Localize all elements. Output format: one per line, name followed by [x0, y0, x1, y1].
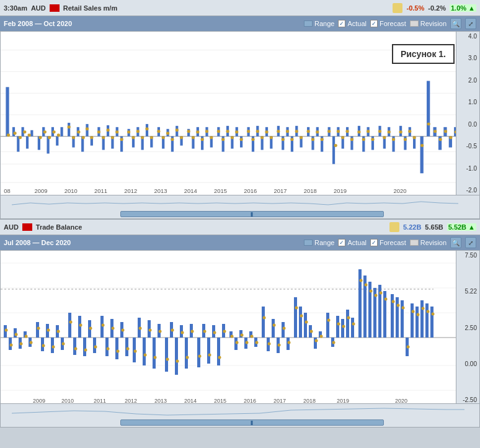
svg-point-148 [260, 136, 264, 139]
svg-rect-270 [341, 319, 344, 338]
svg-point-335 [256, 341, 259, 344]
svg-point-303 [84, 349, 87, 352]
scroll-handle-2[interactable] [120, 419, 384, 426]
svg-rect-243 [197, 338, 200, 367]
svg-point-119 [115, 130, 118, 133]
y-label-1-5: 0.0 [458, 121, 478, 128]
scroll-area-2[interactable] [0, 404, 480, 428]
svg-rect-209 [14, 328, 17, 338]
svg-point-367 [427, 310, 430, 313]
svg-rect-284 [416, 307, 419, 338]
range-label-1: Range [314, 20, 334, 27]
svg-point-302 [79, 324, 82, 327]
svg-rect-19 [56, 137, 58, 146]
svg-point-129 [166, 132, 169, 135]
svg-point-182 [438, 138, 442, 141]
scroll-area-1[interactable] [0, 195, 480, 219]
svg-rect-21 [68, 123, 70, 137]
svg-rect-283 [411, 303, 414, 338]
actual-value-2: 5.22B [403, 223, 421, 231]
svg-point-290 [15, 333, 18, 336]
svg-point-159 [316, 130, 319, 133]
svg-point-176 [404, 138, 407, 141]
svg-rect-245 [207, 338, 210, 364]
svg-point-161 [327, 130, 331, 133]
svg-point-133 [187, 130, 190, 133]
svg-point-310 [122, 329, 125, 332]
y-label-2-4: 0.00 [458, 361, 478, 367]
range-icon-1 [304, 20, 313, 27]
svg-rect-241 [185, 338, 188, 369]
svg-point-172 [383, 136, 386, 139]
svg-point-179 [420, 144, 424, 147]
scroll-handle-1[interactable] [120, 211, 384, 217]
svg-point-346 [315, 339, 318, 343]
svg-rect-233 [143, 338, 146, 365]
svg-rect-235 [153, 338, 156, 369]
zoom-button-2[interactable]: ⤢ [465, 237, 476, 248]
legend-actual-2[interactable]: ✓ Actual [338, 239, 367, 246]
svg-point-132 [180, 136, 183, 139]
legend-range-2[interactable]: Range [304, 239, 334, 246]
legend-revision-1[interactable]: Revision [410, 20, 447, 27]
svg-text:2009: 2009 [33, 398, 45, 404]
search-button-2[interactable]: 🔍 [450, 237, 461, 248]
svg-point-175 [399, 130, 402, 133]
svg-text:2019: 2019 [334, 188, 347, 194]
forecast-checkbox-1[interactable]: ✓ [370, 20, 378, 27]
svg-point-165 [345, 130, 349, 133]
svg-point-296 [47, 329, 50, 332]
svg-point-322 [186, 356, 189, 359]
lock-icon-2 [389, 222, 399, 232]
svg-point-160 [321, 138, 324, 141]
svg-point-321 [181, 331, 184, 334]
scroll-grip-1 [251, 212, 253, 217]
svg-point-103 [28, 133, 31, 137]
svg-text:2015: 2015 [214, 188, 227, 194]
svg-text:2012: 2012 [124, 188, 137, 194]
forecast-value-1: 1.0% ▲ [450, 4, 476, 12]
svg-point-318 [166, 358, 169, 361]
svg-text:2012: 2012 [125, 398, 137, 404]
svg-text:08: 08 [4, 188, 10, 194]
svg-point-168 [362, 138, 365, 141]
svg-point-127 [157, 130, 160, 133]
chart-area-1: 08 2009 2010 2011 2012 2013 2014 2015 20… [0, 31, 480, 195]
svg-point-348 [327, 319, 331, 322]
forecast-label-1: Forecast [380, 20, 406, 27]
svg-point-157 [307, 130, 310, 133]
legend-forecast-2[interactable]: ✓ Forecast [370, 239, 406, 246]
forecast-checkbox-2[interactable]: ✓ [370, 239, 378, 246]
svg-point-170 [371, 138, 374, 141]
svg-point-341 [288, 341, 291, 344]
svg-point-114 [90, 136, 93, 139]
svg-point-113 [86, 127, 89, 130]
svg-rect-225 [100, 316, 104, 338]
y-label-1-1: 4.0 [458, 33, 478, 40]
svg-rect-219 [68, 313, 71, 338]
svg-point-361 [397, 304, 400, 307]
actual-checkbox-2[interactable]: ✓ [338, 239, 345, 246]
legend-forecast-1[interactable]: ✓ Forecast [370, 20, 406, 27]
svg-rect-287 [430, 307, 433, 338]
svg-point-306 [102, 324, 105, 327]
svg-text:2015: 2015 [214, 398, 226, 404]
svg-text:2014: 2014 [184, 188, 197, 194]
svg-point-112 [82, 136, 85, 139]
svg-rect-74 [332, 137, 335, 164]
svg-point-180 [427, 122, 430, 125]
y-label-2-2: 5.22 [458, 288, 478, 295]
zoom-button-1[interactable]: ⤢ [465, 18, 476, 29]
legend-actual-1[interactable]: ✓ Actual [338, 20, 367, 27]
legend-revision-2[interactable]: Revision [410, 239, 447, 246]
svg-rect-285 [420, 300, 424, 338]
svg-point-332 [241, 334, 244, 337]
legend-range-1[interactable]: Range [304, 20, 334, 27]
svg-point-183 [444, 130, 447, 133]
search-button-1[interactable]: 🔍 [450, 18, 461, 29]
actual-checkbox-1[interactable]: ✓ [338, 20, 345, 27]
svg-rect-255 [262, 307, 265, 338]
svg-point-99 [7, 133, 10, 137]
svg-text:2020: 2020 [395, 398, 407, 404]
y-label-1-7: -1.0 [458, 165, 478, 172]
